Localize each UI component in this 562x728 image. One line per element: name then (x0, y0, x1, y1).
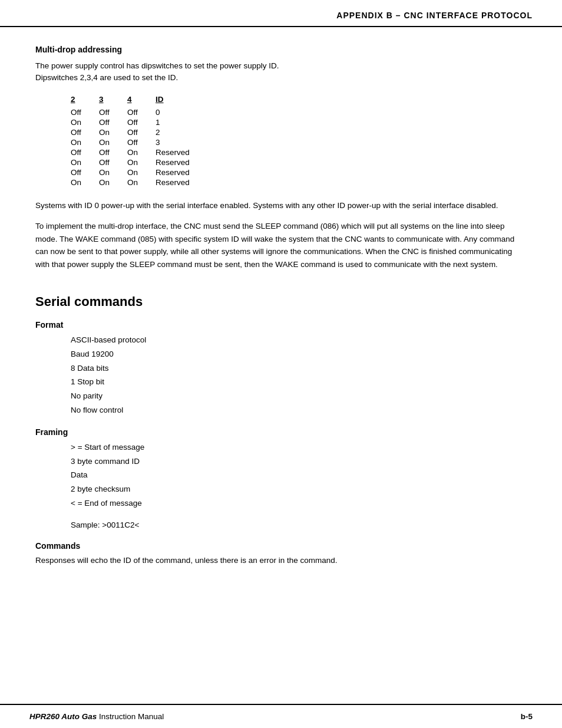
format-item-1: Baud 19200 (71, 347, 527, 361)
page: APPENDIX B – CNC INTERFACE PROTOCOL Mult… (0, 0, 562, 728)
format-section: Format ASCII-based protocolBaud 192008 D… (35, 320, 527, 417)
table-cell-2-0: Off (71, 127, 99, 137)
table-cell-3-2: Off (127, 137, 156, 147)
framing-sample: Sample: >0011C2< (71, 521, 527, 529)
table-cell-5-0: On (71, 157, 99, 167)
format-title: Format (35, 320, 527, 330)
format-item-2: 8 Data bits (71, 361, 527, 375)
framing-item-2: Data (71, 468, 527, 482)
table-cell-6-2: On (127, 167, 156, 177)
table-cell-4-0: Off (71, 147, 99, 157)
framing-item-1: 3 byte command ID (71, 454, 527, 469)
commands-body: Responses will echo the ID of the comman… (35, 554, 527, 567)
table-row: OnOffOff1 (71, 117, 207, 127)
table-cell-5-2: On (127, 157, 156, 167)
table-row: OnOnOff3 (71, 137, 207, 147)
multidrop-title: Multi-drop addressing (35, 45, 527, 54)
table-cell-2-1: On (99, 127, 127, 137)
table-row: OffOnOnReserved (71, 167, 207, 177)
footer-manual-name-normal: Instruction Manual (97, 712, 164, 721)
format-item-5: No flow control (71, 403, 527, 417)
intro-line1: The power supply control has dipswitches… (35, 61, 279, 70)
table-cell-3-1: On (99, 137, 127, 147)
commands-title: Commands (35, 541, 527, 551)
table-row: OffOffOff0 (71, 107, 207, 117)
table-cell-0-1: Off (99, 107, 127, 117)
table-cell-7-2: On (127, 177, 156, 187)
format-item-4: No parity (71, 389, 527, 403)
multidrop-body2: To implement the multi-drop interface, t… (35, 220, 527, 271)
table-cell-3-3: 3 (156, 137, 207, 147)
table-cell-1-2: Off (127, 117, 156, 127)
multidrop-body1: Systems with ID 0 power-up with the seri… (35, 199, 527, 212)
commands-section: Commands Responses will echo the ID of t… (35, 541, 527, 567)
table-header-row: 2 3 4 ID (71, 95, 207, 107)
table-cell-5-3: Reserved (156, 157, 207, 167)
table-cell-6-1: On (99, 167, 127, 177)
intro-line2: Dipswitches 2,3,4 are used to set the ID… (35, 73, 178, 82)
framing-item-3: 2 byte checksum (71, 482, 527, 496)
table-cell-1-1: Off (99, 117, 127, 127)
framing-section: Framing > = Start of message3 byte comma… (35, 427, 527, 529)
table-cell-6-0: Off (71, 167, 99, 177)
col-header-3: 3 (99, 95, 127, 107)
table-cell-4-1: Off (99, 147, 127, 157)
header-title: APPENDIX B – CNC INTERFACE PROTOCOL (336, 11, 533, 20)
format-item-3: 1 Stop bit (71, 375, 527, 389)
page-footer: HPR260 Auto Gas Instruction Manual b-5 (0, 704, 562, 728)
footer-left: HPR260 Auto Gas Instruction Manual (29, 712, 164, 721)
format-item-0: ASCII-based protocol (71, 333, 527, 347)
table-cell-7-0: On (71, 177, 99, 187)
page-header: APPENDIX B – CNC INTERFACE PROTOCOL (0, 0, 562, 27)
footer-manual-name-italic: HPR260 Auto Gas (29, 712, 97, 721)
multidrop-intro: The power supply control has dipswitches… (35, 60, 527, 84)
table-row: OnOffOnReserved (71, 157, 207, 167)
table-cell-3-0: On (71, 137, 99, 147)
col-header-id: ID (156, 95, 207, 107)
table-cell-7-3: Reserved (156, 177, 207, 187)
table-cell-2-3: 2 (156, 127, 207, 137)
serial-commands-title: Serial commands (35, 294, 527, 309)
col-header-2: 2 (71, 95, 99, 107)
table-cell-6-3: Reserved (156, 167, 207, 177)
table-cell-1-3: 1 (156, 117, 207, 127)
table-cell-0-2: Off (127, 107, 156, 117)
framing-item-4: < = End of message (71, 496, 527, 510)
footer-page-number: b-5 (521, 712, 533, 721)
framing-list: > = Start of message3 byte command IDDat… (71, 440, 527, 510)
table-row: OnOnOnReserved (71, 177, 207, 187)
table-cell-4-3: Reserved (156, 147, 207, 157)
table-cell-0-0: Off (71, 107, 99, 117)
table-cell-1-0: On (71, 117, 99, 127)
framing-item-0: > = Start of message (71, 440, 527, 454)
table-cell-4-2: On (127, 147, 156, 157)
dipswitch-table: 2 3 4 ID OffOffOff0OnOffOff1OffOnOff2OnO… (71, 95, 207, 187)
table-cell-7-1: On (99, 177, 127, 187)
table-cell-0-3: 0 (156, 107, 207, 117)
table-row: OffOnOff2 (71, 127, 207, 137)
table-cell-5-1: Off (99, 157, 127, 167)
serial-commands-section: Serial commands Format ASCII-based proto… (35, 294, 527, 566)
col-header-4: 4 (127, 95, 156, 107)
format-list: ASCII-based protocolBaud 192008 Data bit… (71, 333, 527, 417)
main-content: Multi-drop addressing The power supply c… (0, 27, 562, 611)
framing-title: Framing (35, 427, 527, 437)
table-row: OffOffOnReserved (71, 147, 207, 157)
table-cell-2-2: Off (127, 127, 156, 137)
multidrop-section: Multi-drop addressing The power supply c… (35, 45, 527, 271)
